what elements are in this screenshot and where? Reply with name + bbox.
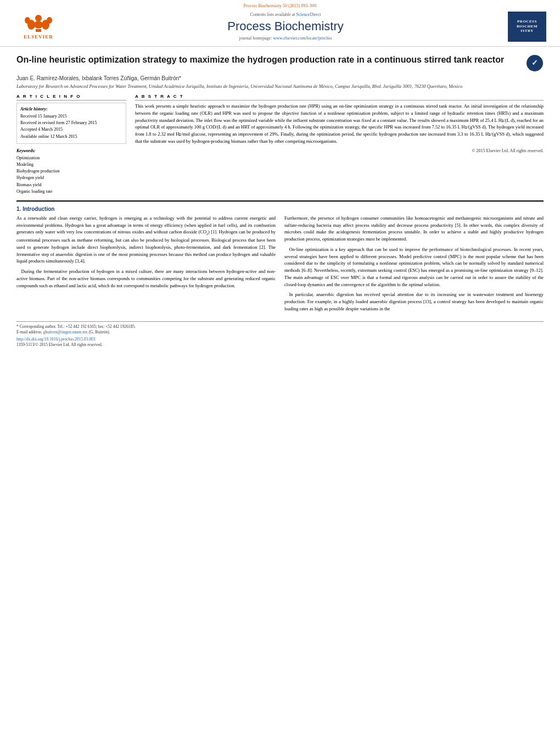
crossmark-logo[interactable]: ✓: [526, 54, 544, 72]
section-1: 1. Introduction As a renewable and clean…: [16, 206, 544, 316]
svg-point-1: [34, 21, 43, 29]
abstract-col: A B S T R A C T This work presents a sim…: [135, 94, 544, 195]
right-para-3: In particular, anaerobic digestion has r…: [284, 291, 544, 312]
keywords-label: Keywords:: [16, 148, 126, 153]
right-para-1: Furthermore, the presence of hydrogen co…: [284, 215, 544, 243]
keywords-section: Keywords: Optimization Modeling Biohydro…: [16, 148, 126, 194]
elsevier-tree-icon: [19, 14, 58, 33]
available-date: Available online 12 March 2015: [20, 133, 122, 140]
body-right-col: Furthermore, the presence of hydrogen co…: [284, 215, 544, 316]
body-text-right: Furthermore, the presence of hydrogen co…: [284, 215, 544, 313]
keyword-5: Biomass yield: [16, 182, 126, 188]
crossmark-icon: ✓: [526, 54, 544, 72]
intro-para-1: As a renewable and clean energy carrier,…: [16, 215, 276, 265]
body-two-col: As a renewable and clean energy carrier,…: [16, 215, 544, 316]
keyword-4: Hydrogen yield: [16, 175, 126, 181]
journal-center: Contents lists available at ScienceDirec…: [66, 12, 505, 41]
doi-link[interactable]: http://dx.doi.org/10.1016/j.procbio.2015…: [16, 337, 95, 342]
authors: Juan E. Ramírez-Morales, Ixbalank Torres…: [16, 75, 544, 81]
copyright-line: © 2015 Elsevier Ltd. All rights reserved…: [135, 148, 544, 153]
footnote-section: * Corresponding author. Tel.: +52 442 19…: [16, 321, 544, 347]
journal-title: Process Biochemistry: [66, 19, 505, 34]
body-left-col: As a renewable and clean energy carrier,…: [16, 215, 276, 316]
elsevier-label: ELSEVIER: [24, 34, 53, 40]
svg-rect-0: [36, 29, 41, 32]
journal-homepage: journal homepage: www.elsevier.com/locat…: [66, 36, 505, 41]
intro-para-2: During the fermentative production of hy…: [16, 268, 276, 289]
contents-available: Contents lists available at ScienceDirec…: [66, 12, 505, 17]
received-revised-date: Received in revised form 27 February 201…: [20, 120, 122, 126]
elsevier-logo: ELSEVIER: [11, 12, 66, 42]
journal-header: Process Biochemistry 50 (2015) 893–900 E…: [0, 0, 560, 47]
accepted-date: Accepted 4 March 2015: [20, 126, 122, 132]
abstract-header: A B S T R A C T: [135, 94, 544, 101]
svg-point-6: [35, 15, 42, 21]
abstract-text: This work presents a simple heuristic ap…: [135, 103, 544, 145]
svg-point-5: [47, 17, 52, 24]
received-date: Received 15 January 2015: [20, 113, 122, 119]
sciencedirect-link[interactable]: ScienceDirect: [296, 12, 321, 17]
section-1-title: 1. Introduction: [16, 206, 544, 212]
keyword-3: Biohydrogen production: [16, 168, 126, 174]
page: Process Biochemistry 50 (2015) 893–900 E…: [0, 0, 560, 742]
body-text-left: As a renewable and clean energy carrier,…: [16, 215, 276, 289]
history-label: Article history:: [20, 107, 122, 111]
article-content: On-line heuristic optimization strategy …: [0, 47, 560, 353]
journal-logo-text: PROCESSBIOCHEMISTRY: [517, 19, 537, 33]
homepage-url[interactable]: www.elsevier.com/locate/procbio: [273, 36, 332, 41]
keyword-1: Optimization: [16, 155, 126, 161]
article-info-header: A R T I C L E I N F O: [16, 94, 126, 101]
keyword-2: Modeling: [16, 161, 126, 168]
section-divider: [16, 200, 544, 202]
corresponding-author-note: * Corresponding author. Tel.: +52 442 19…: [16, 324, 544, 330]
article-title: On-line heuristic optimization strategy …: [16, 54, 520, 66]
svg-point-4: [25, 17, 30, 24]
svg-text:✓: ✓: [531, 58, 538, 67]
keyword-6: Organic loading rate: [16, 188, 126, 194]
email-line: E-mail address: gbuitron@iingen.unam.mx …: [16, 330, 544, 336]
article-title-section: On-line heuristic optimization strategy …: [16, 52, 544, 72]
article-info-abstract-cols: A R T I C L E I N F O Article history: R…: [16, 94, 544, 195]
article-history-box: Article history: Received 15 January 201…: [16, 103, 126, 144]
journal-logo: PROCESSBIOCHEMISTRY: [505, 10, 549, 43]
right-para-2: On-line optimization is a key approach t…: [284, 246, 544, 288]
affiliation: Laboratory for Research on Advanced Proc…: [16, 83, 544, 90]
article-info-col: A R T I C L E I N F O Article history: R…: [16, 94, 126, 195]
rights-reserved: 1359-5113/© 2015 Elsevier Ltd. All right…: [16, 342, 544, 347]
doi-line: http://dx.doi.org/10.1016/j.procbio.2015…: [16, 337, 544, 342]
email-link[interactable]: gbuitron@iingen.unam.mx: [43, 330, 88, 334]
journal-ref: Process Biochemistry 50 (2015) 893–900: [11, 3, 549, 8]
